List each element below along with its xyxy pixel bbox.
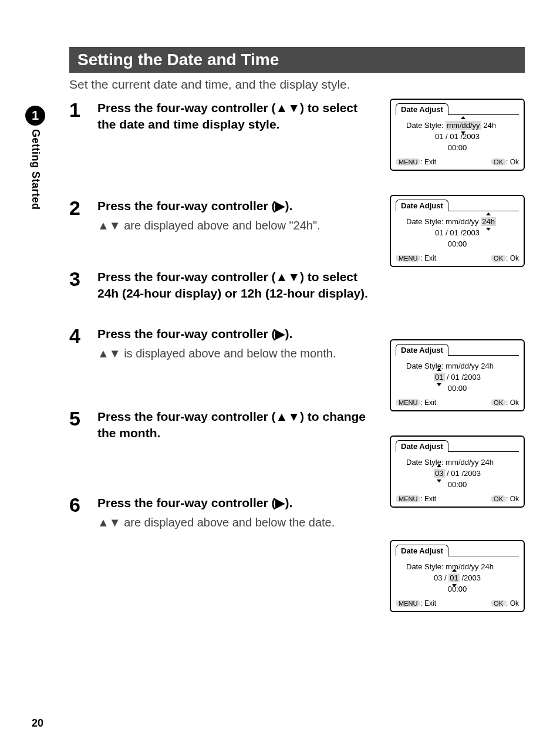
lcd-date-style-value: mm/dd/yy (446, 121, 481, 130)
lcd-exit-label: : Exit (420, 495, 436, 503)
step-number: 6 (69, 495, 97, 515)
step-title: Press the four-way controller (▲▼) to ch… (97, 408, 378, 442)
chapter-label: Getting Started (29, 129, 42, 210)
step-number: 4 (69, 326, 97, 346)
lcd-time-value: 00:00 (396, 384, 519, 393)
lcd-month-value: 01 (434, 373, 444, 381)
lcd-ok-button: OK (491, 255, 506, 262)
page-number: 20 (32, 717, 43, 730)
lcd-time-value: 00:00 (396, 585, 519, 593)
lcd-date-rest: / 01 /2003 (445, 373, 481, 381)
step-number: 5 (69, 408, 97, 428)
lcd-hour-format: 24h (481, 217, 496, 226)
lcd-hour-format: 24h (481, 362, 494, 370)
step-number: 1 (69, 100, 97, 120)
step-description: ▲▼ is displayed above and below the mont… (97, 346, 378, 362)
lcd-title: Date Adjust (396, 200, 448, 211)
step-number: 2 (69, 198, 97, 218)
lcd-hour-format: 24h (481, 562, 494, 571)
lcd-ok-button: OK (491, 600, 506, 607)
lcd-screen-step4: Date Adjust Date Style: mm/dd/yy 24h 01 … (390, 339, 525, 411)
chapter-number-badge: 1 (25, 106, 45, 126)
lcd-date-style-value: mm/dd/yy (446, 217, 478, 226)
lcd-style-label: Date Style: (406, 121, 444, 130)
lcd-day-value: 01 (448, 573, 459, 582)
lcd-ok-label: : Ok (506, 254, 519, 262)
lcd-date-style-value: mm/dd/yy (446, 458, 478, 467)
lcd-menu-button: MENU (396, 495, 420, 502)
section-intro-text: Set the current date and time, and the d… (69, 77, 525, 92)
lcd-date-value: 01 / 01 /2003 (396, 228, 519, 237)
lcd-screen-step5: Date Adjust Date Style: mm/dd/yy 24h 03 … (390, 435, 525, 508)
step-description: ▲▼ are displayed above and below "24h". (97, 218, 378, 234)
lcd-date-value: 01 / 01 /2003 (396, 132, 519, 141)
lcd-screen-step1: Date Adjust Date Style: mm/dd/yy 24h 01 … (390, 99, 525, 171)
lcd-month-value: 03 (434, 469, 444, 478)
lcd-exit-label: : Exit (420, 599, 436, 607)
step-title: Press the four-way controller (▲▼) to se… (97, 100, 378, 133)
lcd-hour-format: 24h (483, 121, 496, 130)
lcd-title: Date Adjust (396, 344, 448, 356)
lcd-menu-button: MENU (396, 158, 420, 166)
lcd-hour-format: 24h (481, 458, 494, 467)
lcd-time-value: 00:00 (396, 480, 519, 489)
lcd-date-rest: / 01 /2003 (445, 469, 481, 478)
lcd-exit-label: : Exit (420, 399, 436, 407)
lcd-ok-button: OK (491, 495, 506, 502)
lcd-title: Date Adjust (396, 545, 448, 556)
lcd-title: Date Adjust (396, 440, 448, 452)
lcd-menu-button: MENU (396, 600, 420, 607)
lcd-ok-label: : Ok (506, 399, 519, 407)
lcd-date-style-value: mm/dd/yy (446, 362, 478, 370)
lcd-title: Date Adjust (396, 103, 448, 115)
lcd-screen-step2: Date Adjust Date Style: mm/dd/yy 24h 01 … (390, 195, 525, 267)
step-number: 3 (69, 269, 97, 289)
lcd-exit-label: : Exit (420, 158, 436, 166)
lcd-menu-button: MENU (396, 399, 420, 406)
lcd-time-value: 00:00 (396, 239, 519, 248)
lcd-ok-label: : Ok (506, 158, 519, 166)
lcd-ok-label: : Ok (506, 495, 519, 503)
step-title: Press the four-way controller (▶). (97, 198, 378, 214)
chapter-side-tab: 1 Getting Started (23, 106, 47, 210)
step-description: ▲▼ are displayed above and below the dat… (97, 515, 378, 531)
lcd-screen-step6: Date Adjust Date Style: mm/dd/yy 24h 03 … (390, 540, 525, 612)
lcd-date-pre: 03 / (434, 573, 448, 582)
section-title: Setting the Date and Time (69, 47, 525, 73)
lcd-date-style-value: mm/dd/yy (446, 562, 478, 571)
step-title: Press the four-way controller (▶). (97, 495, 378, 511)
step-title: Press the four-way controller (▶). (97, 326, 378, 342)
lcd-ok-button: OK (491, 399, 506, 406)
lcd-ok-label: : Ok (506, 599, 519, 607)
step-title: Press the four-way controller (▲▼) to se… (97, 269, 378, 302)
lcd-time-value: 00:00 (396, 143, 519, 152)
lcd-exit-label: : Exit (420, 254, 436, 262)
lcd-menu-button: MENU (396, 255, 420, 262)
lcd-style-label: Date Style: (406, 217, 444, 226)
lcd-ok-button: OK (491, 158, 506, 166)
lcd-date-rest: /2003 (460, 573, 481, 582)
lcd-style-label: Date Style: (406, 562, 444, 571)
